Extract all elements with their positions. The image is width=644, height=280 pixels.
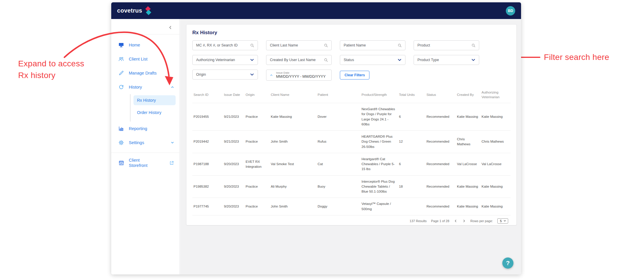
cell-patient: Cat: [318, 162, 359, 167]
cell-search-id: P2019442: [193, 139, 222, 144]
search-id-field[interactable]: [192, 40, 258, 50]
table-row[interactable]: P2019455 9/21/2023 Practice Katie Massin…: [192, 103, 511, 131]
client-last-name-input[interactable]: [270, 43, 321, 47]
search-icon: [397, 43, 402, 48]
cell-client-name: Val Smoke Test: [271, 162, 315, 167]
external-link-icon: [169, 160, 174, 165]
page-info: Page 1 of 28: [431, 219, 449, 223]
cell-status: Recommended: [427, 114, 455, 119]
sidebar-item-home[interactable]: Home: [111, 38, 179, 52]
main-content: Rx History: [180, 19, 521, 274]
cell-status: Recommended: [427, 204, 455, 209]
cell-client-name: John Smith: [271, 204, 315, 209]
previous-page-button[interactable]: [454, 219, 458, 223]
chevron-left-icon: [168, 25, 173, 30]
cell-patient: Rufus: [318, 139, 359, 144]
issue-date-label: Issue Date: [276, 71, 326, 75]
column-header: Created By: [457, 92, 479, 97]
product-input[interactable]: [417, 43, 469, 47]
rows-per-page-label: Rows per page:: [470, 219, 493, 223]
select-placeholder: Status: [344, 58, 395, 62]
cell-product-strength: NexGard® Chewables for Dogs / Purple for…: [362, 107, 397, 127]
cell-issue-date: 9/20/2023: [224, 204, 243, 209]
cell-patient: Buoy: [318, 184, 359, 189]
chevron-down-icon: [249, 57, 255, 63]
cell-total-units: 6: [399, 114, 424, 119]
sidebar-item-label: History: [129, 85, 142, 89]
select-placeholder: Origin: [196, 72, 247, 77]
cell-product-strength: Interceptor® Plus Dog Chewable Tablets /…: [362, 179, 397, 194]
next-page-button[interactable]: [462, 219, 466, 223]
table-row[interactable]: P2019442 9/21/2023 Practice John Smith R…: [192, 131, 511, 153]
column-header: Status: [427, 92, 455, 97]
created-by-input[interactable]: [270, 58, 321, 62]
client-last-name-field[interactable]: [266, 40, 332, 50]
chevron-up-icon: [170, 85, 175, 89]
cell-client-name: John Smith: [271, 139, 315, 144]
cell-status: Recommended: [427, 139, 455, 144]
sidebar-item-settings[interactable]: Settings: [111, 136, 179, 150]
cell-product-strength: HEARTGARD® Plus Dog Chews / Green 26-50l…: [362, 134, 397, 149]
sidebar-item-client-storefront[interactable]: Client Storefront: [111, 153, 179, 168]
cell-origin: Practice: [246, 114, 268, 119]
sidebar-item-label: Home: [129, 43, 140, 47]
chevron-down-icon: [503, 219, 506, 222]
product-type-select[interactable]: Product Type: [414, 55, 479, 65]
cell-authorizing-veterinarian: Katie Massing: [482, 184, 511, 189]
sidebar-item-manage-drafts[interactable]: Manage Drafts: [111, 66, 179, 80]
created-by-field[interactable]: [266, 55, 332, 65]
product-field[interactable]: [414, 40, 479, 50]
cell-status: Recommended: [427, 162, 455, 167]
covetrus-logo-icon: [144, 7, 152, 15]
patient-name-input[interactable]: [344, 43, 395, 47]
sidebar-collapse-button[interactable]: [168, 25, 173, 30]
cell-issue-date: 9/21/2023: [224, 139, 243, 144]
cell-created-by: Katie Massing: [457, 184, 479, 189]
user-avatar[interactable]: BD: [506, 6, 515, 15]
cell-created-by: Katie Massing: [457, 114, 479, 119]
cell-search-id: P1987188: [193, 162, 222, 167]
sidebar-item-label: Manage Drafts: [129, 71, 157, 75]
search-id-input[interactable]: [196, 43, 247, 47]
search-icon: [323, 58, 328, 63]
sidebar-item-reporting[interactable]: Reporting: [111, 122, 179, 136]
results-count: 137 Results: [410, 219, 427, 223]
select-placeholder: Authorizing Veterinarian: [196, 58, 247, 62]
chevron-down-icon: [397, 57, 402, 63]
sidebar-item-history[interactable]: History: [111, 80, 179, 94]
table-row[interactable]: P1977745 9/20/2023 Practice John Smith D…: [192, 198, 511, 215]
table-row[interactable]: P1985382 9/20/2023 Practice Ali Murphy B…: [192, 176, 511, 198]
status-select[interactable]: Status: [340, 55, 405, 65]
cell-search-id: P1977745: [193, 204, 222, 209]
filter-bar: Authorizing Veterinarian Status: [192, 40, 511, 81]
origin-select[interactable]: Origin: [192, 70, 258, 79]
logo-text: covetrus: [117, 7, 142, 14]
search-icon: [471, 43, 476, 48]
cell-issue-date: 9/20/2023: [224, 184, 243, 189]
table-row[interactable]: P1987188 9/20/2023 EVET RX Integration V…: [192, 153, 511, 176]
table-body: P2019455 9/21/2023 Practice Katie Massin…: [192, 103, 511, 215]
authorizing-veterinarian-select[interactable]: Authorizing Veterinarian: [192, 55, 258, 65]
help-button[interactable]: ?: [502, 257, 513, 269]
sidebar-item-rx-history[interactable]: Rx History: [133, 95, 176, 105]
rows-per-page-select[interactable]: 5: [497, 218, 508, 224]
annotation-expand-note: Expand to access Rx history: [18, 58, 84, 81]
column-header: Search ID: [193, 92, 222, 97]
cell-total-units: 6: [399, 162, 424, 167]
chevron-up-icon: [269, 73, 273, 77]
sub-item-label: Rx History: [137, 98, 156, 103]
select-placeholder: Product Type: [417, 58, 468, 62]
cell-client-name: Ali Murphy: [271, 184, 315, 189]
cell-issue-date: 9/20/2023: [224, 162, 243, 167]
sidebar-item-client-list[interactable]: Client List: [111, 52, 179, 66]
patient-name-field[interactable]: [340, 40, 405, 50]
history-refresh-icon: [118, 84, 124, 90]
cell-issue-date: 9/21/2023: [224, 114, 243, 119]
chevron-right-icon: [462, 219, 466, 223]
sidebar-item-order-history[interactable]: Order History: [133, 108, 176, 117]
clear-filters-button[interactable]: Clear Filters: [340, 71, 369, 79]
cell-search-id: P1985382: [193, 184, 222, 189]
home-monitor-icon: [118, 42, 124, 48]
cell-search-id: P2019455: [193, 114, 222, 119]
issue-date-field[interactable]: Issue Date MM/DD/YYYY - MM/DD/YYYY: [266, 70, 332, 81]
